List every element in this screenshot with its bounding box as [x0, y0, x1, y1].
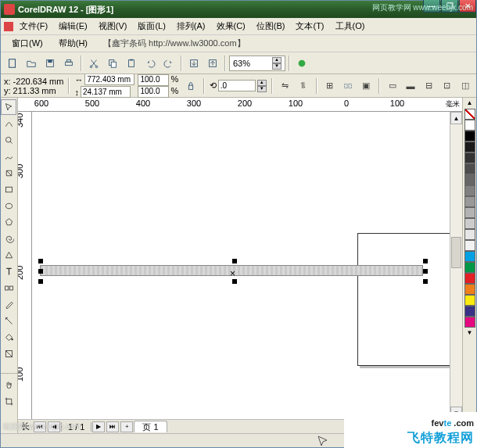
- color-swatch[interactable]: [464, 196, 475, 207]
- selection-handle[interactable]: [38, 269, 43, 274]
- zoom-level-input[interactable]: 63% ▲▼: [229, 56, 285, 71]
- menu-window[interactable]: 窗口(W): [7, 36, 48, 51]
- scale-x-input[interactable]: 100.0: [138, 74, 169, 86]
- vertical-ruler[interactable]: 340 300 200 100: [18, 112, 32, 419]
- zoom-tool[interactable]: [1, 132, 16, 148]
- scroll-up-button[interactable]: ▲: [450, 112, 462, 124]
- color-swatch[interactable]: [464, 142, 475, 152]
- fill-tool[interactable]: [1, 329, 16, 345]
- color-swatch[interactable]: [464, 174, 475, 185]
- shape-tool[interactable]: [1, 116, 16, 131]
- basic-shapes-tool[interactable]: [1, 247, 16, 263]
- drawing-canvas[interactable]: ×: [32, 112, 450, 419]
- break-icon[interactable]: ◫: [458, 77, 473, 95]
- scroll-thumb[interactable]: [451, 237, 461, 268]
- selection-handle[interactable]: [232, 259, 237, 263]
- undo-button[interactable]: [142, 55, 159, 72]
- color-swatch[interactable]: [464, 120, 475, 131]
- combine-icon[interactable]: ⊡: [439, 77, 454, 95]
- menu-edit[interactable]: 编辑(E): [54, 19, 92, 34]
- selection-handle[interactable]: [423, 259, 428, 263]
- new-button[interactable]: [4, 55, 21, 72]
- rotation-spinner[interactable]: ▲▼: [257, 80, 267, 92]
- ellipse-tool[interactable]: [1, 198, 16, 213]
- menu-layout[interactable]: 版面(L): [133, 19, 170, 34]
- rotation-input[interactable]: .0: [218, 80, 256, 91]
- color-swatch[interactable]: [464, 295, 475, 306]
- color-swatch[interactable]: [464, 273, 475, 284]
- selection-handle[interactable]: [423, 279, 428, 284]
- selection-handle[interactable]: [423, 269, 428, 274]
- open-button[interactable]: [23, 55, 40, 72]
- color-swatch[interactable]: [464, 262, 475, 273]
- horizontal-ruler[interactable]: 毫米 600 500 400 300 200 100 0 100: [18, 98, 462, 112]
- color-swatch[interactable]: [464, 284, 475, 295]
- swatch-none[interactable]: [464, 109, 475, 120]
- mirror-v-icon[interactable]: ⥮: [296, 77, 310, 95]
- palette-down-button[interactable]: ▼: [467, 329, 473, 339]
- interactive-fill-tool[interactable]: [1, 346, 16, 361]
- page-tab[interactable]: 页 1: [134, 421, 167, 432]
- to-front-icon[interactable]: ▭: [385, 77, 400, 95]
- print-button[interactable]: [60, 55, 77, 72]
- menu-tools[interactable]: 工具(O): [331, 19, 370, 34]
- color-swatch[interactable]: [464, 218, 475, 229]
- width-input[interactable]: 772.403 mm: [84, 73, 134, 85]
- app-launcher-icon[interactable]: [293, 55, 310, 72]
- color-swatch[interactable]: [464, 163, 475, 174]
- group-icon[interactable]: ▣: [358, 77, 373, 95]
- color-swatch[interactable]: [464, 229, 475, 240]
- redo-button[interactable]: [160, 55, 178, 72]
- text-tool[interactable]: [1, 263, 16, 279]
- crop-tool[interactable]: [1, 393, 16, 409]
- color-swatch[interactable]: [464, 207, 475, 218]
- menu-bitmap[interactable]: 位图(B): [252, 19, 290, 34]
- wrap-icon[interactable]: [340, 77, 355, 95]
- color-swatch[interactable]: [464, 131, 475, 142]
- pan-tool[interactable]: [1, 377, 16, 392]
- menu-text[interactable]: 文本(T): [291, 19, 328, 34]
- color-swatch[interactable]: [464, 317, 475, 328]
- selection-handle[interactable]: [38, 279, 43, 284]
- color-swatch[interactable]: [464, 240, 475, 251]
- menu-effects[interactable]: 效果(C): [212, 19, 250, 34]
- freehand-tool[interactable]: [1, 149, 16, 164]
- pick-tool[interactable]: [1, 99, 16, 115]
- last-page-button[interactable]: ⏭: [106, 421, 119, 432]
- color-swatch[interactable]: [464, 152, 475, 163]
- eyedropper-tool[interactable]: [1, 296, 16, 312]
- blend-tool[interactable]: [1, 280, 16, 296]
- smart-draw-tool[interactable]: [1, 165, 16, 181]
- color-swatch[interactable]: [464, 251, 475, 262]
- palette-up-button[interactable]: ▲: [467, 99, 473, 109]
- scale-y-input[interactable]: 100.0: [138, 86, 169, 98]
- selection-handle[interactable]: [232, 279, 237, 284]
- menu-view[interactable]: 视图(V): [94, 19, 132, 34]
- add-page-button[interactable]: +: [120, 421, 133, 432]
- rectangle-tool[interactable]: [1, 181, 16, 197]
- outline-tool[interactable]: [1, 313, 16, 328]
- import-button[interactable]: [185, 55, 203, 72]
- ungroup-icon[interactable]: ⊟: [421, 77, 436, 95]
- selection-handle[interactable]: [38, 259, 43, 263]
- paste-button[interactable]: [123, 55, 140, 72]
- next-page-button[interactable]: ▶: [92, 421, 105, 432]
- color-swatch[interactable]: [464, 185, 475, 196]
- polygon-tool[interactable]: [1, 214, 16, 230]
- zoom-spinner[interactable]: ▲▼: [272, 57, 282, 70]
- menu-arrange[interactable]: 排列(A): [172, 19, 210, 34]
- mirror-h-icon[interactable]: ⇋: [278, 77, 292, 95]
- spiral-tool[interactable]: [1, 231, 16, 246]
- color-swatch[interactable]: [464, 306, 475, 317]
- vertical-scrollbar[interactable]: ▲ ▼: [450, 112, 462, 419]
- to-back-icon[interactable]: ▬: [403, 77, 418, 95]
- lock-ratio-icon[interactable]: [183, 77, 198, 95]
- snap-icon[interactable]: ⊞: [322, 77, 337, 95]
- export-button[interactable]: [204, 55, 221, 72]
- menu-help[interactable]: 帮助(H): [54, 36, 92, 51]
- height-input[interactable]: 24.137 mm: [81, 86, 131, 98]
- copy-button[interactable]: [104, 55, 121, 72]
- menu-file[interactable]: 文件(F): [15, 19, 52, 34]
- cut-button[interactable]: [85, 55, 102, 72]
- save-button[interactable]: [41, 55, 59, 72]
